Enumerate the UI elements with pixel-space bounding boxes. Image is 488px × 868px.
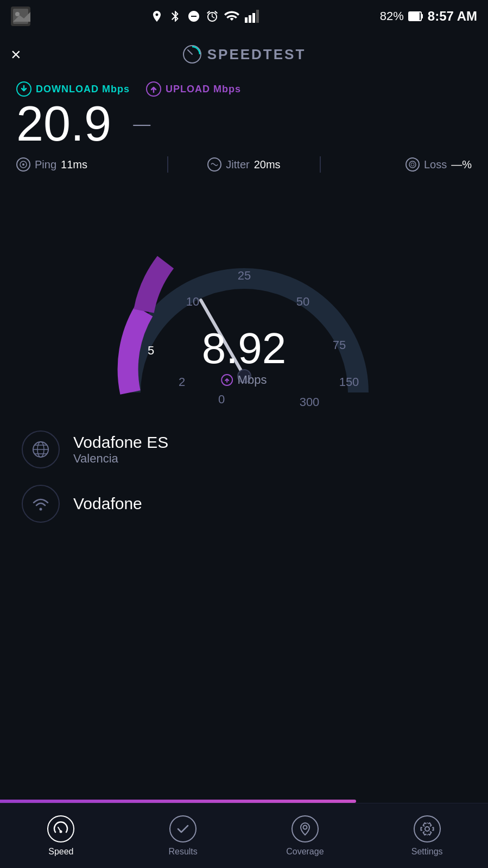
isp-network-icon: [22, 485, 60, 523]
status-bar-left: [11, 7, 30, 26]
upload-label: UPLOAD Mbps: [146, 81, 241, 97]
svg-rect-9: [421, 14, 423, 18]
svg-point-27: [60, 830, 62, 833]
svg-point-17: [409, 161, 416, 168]
jitter-symbol: [210, 160, 219, 169]
gauge-label-10: 10: [186, 295, 199, 308]
gauge-current-speed: 8.92 Mbps: [202, 327, 287, 387]
ping-label: Ping: [35, 159, 56, 171]
jitter-label: Jitter: [226, 159, 249, 171]
download-label: DOWNLOAD Mbps: [16, 81, 130, 97]
svg-rect-5: [249, 15, 251, 23]
isp-provider-item: Vodafone ES Valencia: [22, 430, 466, 468]
download-value: 20.9: [16, 99, 111, 148]
dnd-icon: [187, 10, 200, 23]
loss-icon: [405, 157, 420, 172]
speedtest-logo-icon: [182, 45, 202, 64]
svg-rect-7: [256, 10, 259, 23]
upload-value: —: [133, 114, 150, 134]
svg-point-29: [425, 827, 429, 831]
jitter-icon: [207, 157, 221, 172]
upload-icon: [146, 81, 161, 97]
isp-provider-icon: [22, 430, 60, 468]
battery-icon: [408, 10, 423, 22]
app-title: SPEEDTEST: [207, 46, 306, 63]
gauge-container: 0 2 5 10 25 50 75 150 300 8.92: [0, 181, 488, 420]
nav-item-coverage[interactable]: Coverage: [244, 815, 366, 857]
close-button[interactable]: ×: [11, 45, 21, 65]
gauge-label-150: 150: [339, 375, 359, 389]
ping-stat: Ping 11ms: [16, 157, 167, 172]
location-icon: [150, 10, 163, 23]
loss-symbol: [408, 160, 417, 169]
nav-item-settings[interactable]: Settings: [366, 815, 488, 857]
ping-icon: [16, 157, 30, 172]
svg-point-2: [15, 12, 20, 16]
nav-results-label: Results: [168, 847, 197, 857]
isp-network-item: Vodafone: [22, 485, 466, 523]
loss-label: Loss: [424, 159, 447, 171]
nav-settings-label: Settings: [411, 847, 443, 857]
svg-rect-10: [409, 12, 420, 20]
gauge-speed-number: 8.92: [202, 327, 287, 370]
svg-point-28: [303, 825, 307, 829]
jitter-stat: Jitter 20ms: [168, 157, 319, 172]
alarm-icon: [206, 10, 219, 23]
upload-label-text: UPLOAD Mbps: [166, 84, 241, 95]
isp-network-text: Vodafone: [73, 495, 142, 513]
nav-settings-icon: [414, 815, 441, 842]
nav-item-results[interactable]: Results: [122, 815, 244, 857]
svg-point-16: [22, 163, 24, 166]
download-icon: [16, 81, 31, 97]
gauge-unit-container: Mbps: [202, 373, 287, 387]
gauge-label-5: 5: [147, 344, 154, 357]
stats-row: Ping 11ms Jitter 20ms Loss —%: [0, 148, 488, 181]
jitter-value: 20ms: [254, 159, 281, 171]
download-label-text: DOWNLOAD Mbps: [36, 84, 130, 95]
globe-icon: [31, 440, 50, 459]
loss-stat: Loss —%: [321, 157, 472, 172]
ping-symbol: [19, 160, 28, 169]
wifi-icon: [224, 10, 239, 23]
isp-section: Vodafone ES Valencia Vodafone: [0, 420, 488, 534]
gauge-upload-icon: [221, 374, 233, 386]
gauge-label-0: 0: [218, 392, 224, 406]
nav-speed-label: Speed: [48, 847, 73, 857]
map-pin-icon: [297, 821, 313, 837]
svg-point-25: [40, 508, 42, 511]
speed-values: 20.9 —: [16, 99, 472, 148]
bluetooth-icon: [169, 10, 182, 23]
gear-icon: [420, 821, 435, 837]
status-bar: 82% 8:57 AM: [0, 0, 488, 33]
gauge-label-50: 50: [296, 295, 309, 308]
nav-coverage-icon: [291, 815, 319, 842]
svg-point-18: [411, 163, 414, 166]
battery-percent: 82%: [380, 9, 404, 23]
gauge-label-75: 75: [332, 338, 345, 352]
nav-results-icon: [169, 815, 197, 842]
ping-value: 11ms: [61, 159, 87, 171]
signal-icon: [245, 10, 260, 23]
app-title-container: SPEEDTEST: [182, 45, 306, 64]
svg-rect-6: [252, 13, 255, 23]
bottom-nav: Speed Results Coverage: [0, 803, 488, 868]
app-header: × SPEEDTEST: [0, 33, 488, 76]
nav-coverage-label: Coverage: [286, 847, 324, 857]
gauge-mbps-label: Mbps: [238, 373, 267, 387]
status-icons: [150, 10, 260, 23]
gauge-label-25: 25: [237, 269, 250, 282]
thumbnail-icon: [11, 7, 30, 26]
isp-provider-name: Vodafone ES: [73, 433, 168, 452]
speed-labels: DOWNLOAD Mbps UPLOAD Mbps: [16, 81, 472, 97]
status-time: 8:57 AM: [428, 9, 477, 24]
loss-value: —%: [451, 159, 472, 171]
isp-network-name: Vodafone: [73, 495, 142, 513]
svg-rect-4: [245, 17, 248, 23]
battery-status: 82% 8:57 AM: [380, 9, 477, 24]
gauge-label-2: 2: [178, 375, 185, 389]
gauge-label-300: 300: [299, 395, 319, 409]
nav-item-speed[interactable]: Speed: [0, 815, 122, 857]
isp-provider-location: Valencia: [73, 452, 168, 466]
svg-line-12: [188, 50, 192, 54]
checkmark-icon: [175, 821, 191, 837]
